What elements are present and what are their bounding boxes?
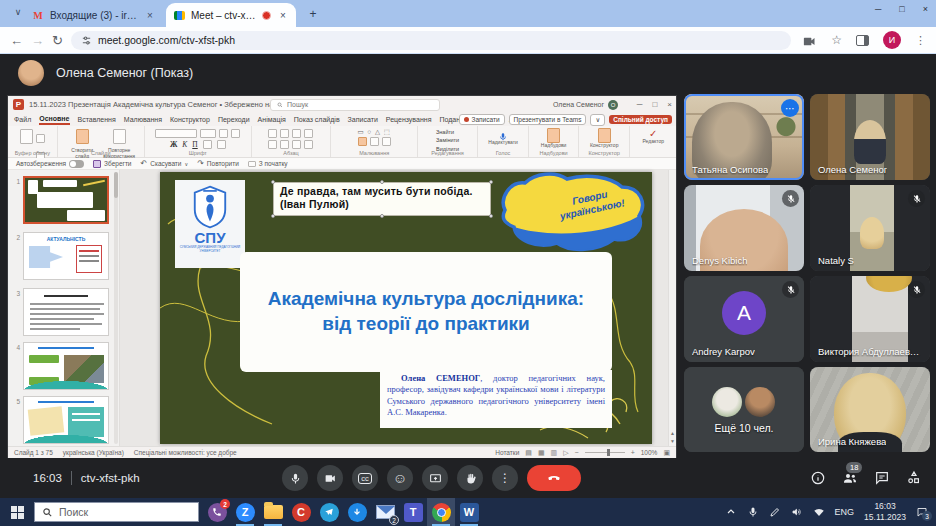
new-tab-button[interactable]: + <box>305 6 321 22</box>
browser-tab-meet[interactable]: Meet – ctv-xfst-pkh × <box>166 3 296 27</box>
pp-tab-draw[interactable]: Малювання <box>124 116 162 123</box>
camera-button[interactable] <box>317 465 343 491</box>
close-window-button[interactable]: × <box>923 4 928 14</box>
scroll-down-icon[interactable]: ▼ <box>670 438 675 444</box>
notes-toggle[interactable]: Нотатки <box>495 449 519 456</box>
pp-close-button[interactable]: × <box>667 100 672 109</box>
tray-expand-icon[interactable] <box>725 506 737 518</box>
pp-minimize-button[interactable]: ─ <box>637 100 643 109</box>
tray-pen-icon[interactable] <box>769 506 781 518</box>
slide-thumbnail-4[interactable] <box>23 342 109 390</box>
pp-vertical-scrollbar[interactable]: ▲ ▼ <box>668 170 676 446</box>
address-bar[interactable]: meet.google.com/ctv-xfst-pkh <box>71 31 791 50</box>
language-switcher[interactable]: ENG <box>835 507 855 517</box>
quick-styles-button[interactable] <box>370 137 379 146</box>
redo-button[interactable]: ↷Повторити <box>197 159 239 168</box>
bold-button[interactable]: Ж <box>170 140 177 149</box>
highlight-button[interactable] <box>217 140 226 149</box>
maximize-button[interactable]: □ <box>899 4 904 14</box>
numbering-button[interactable] <box>280 129 289 138</box>
italic-button[interactable]: К <box>182 140 187 149</box>
slide-thumbnail-5[interactable] <box>23 396 109 444</box>
minimize-button[interactable]: ─ <box>875 4 881 14</box>
taskbar-app-zoom[interactable]: Z <box>231 498 259 526</box>
reactions-button[interactable]: ☺ <box>387 465 413 491</box>
selection-handle[interactable] <box>489 214 493 218</box>
fit-to-window-icon[interactable]: ▣ <box>663 449 670 457</box>
slide-canvas[interactable]: СПУ СУМСЬКИЙ ДЕРЖАВНИЙ ПЕДАГОГІЧНИЙ УНІВ… <box>160 172 652 444</box>
slide-sorter-icon[interactable]: ▦ <box>538 449 545 457</box>
close-icon[interactable]: × <box>144 10 156 21</box>
undo-button[interactable]: ↶Скасувати∨ <box>141 159 189 168</box>
pp-tab-slideshow[interactable]: Показ слайдів <box>294 116 340 123</box>
zoom-level[interactable]: 100% <box>641 449 658 456</box>
site-settings-icon[interactable] <box>81 35 92 46</box>
quote-textbox[interactable]: Де правда, там мусить бути побіда. (Іван… <box>273 182 491 216</box>
accessibility-status[interactable]: Спеціальні можливості: усе добре <box>134 449 237 456</box>
spu-logo[interactable]: СПУ СУМСЬКИЙ ДЕРЖАВНИЙ ПЕДАГОГІЧНИЙ УНІВ… <box>175 180 245 268</box>
forward-icon[interactable]: → <box>31 34 44 47</box>
selection-handle[interactable] <box>489 180 493 184</box>
more-options-button[interactable]: ⋮ <box>492 465 518 491</box>
meeting-details-button[interactable] <box>810 470 826 486</box>
find-button[interactable]: Знайти <box>436 128 459 136</box>
pp-tab-animations[interactable]: Анімація <box>258 116 286 123</box>
pp-tab-home[interactable]: Основне <box>39 115 69 125</box>
paste-icon[interactable] <box>20 129 33 144</box>
pp-present-in-teams-button[interactable]: Презентувати в Teams <box>509 114 587 125</box>
taskbar-app-downloads[interactable] <box>343 498 371 526</box>
more-participants-tile[interactable]: Ещё 10 чел. <box>684 367 804 452</box>
taskbar-app-ccleaner[interactable]: C <box>287 498 315 526</box>
slide-thumbnail-1[interactable] <box>23 176 109 224</box>
designer-icon[interactable] <box>598 128 611 143</box>
taskbar-app-teams[interactable]: T <box>399 498 427 526</box>
justify-button[interactable] <box>292 140 301 149</box>
present-button[interactable] <box>422 465 448 491</box>
align-left-button[interactable] <box>304 129 313 138</box>
language-indicator[interactable]: українська (Україна) <box>63 449 124 456</box>
zoom-out-icon[interactable]: − <box>575 449 579 456</box>
taskbar-app-chrome[interactable] <box>427 498 455 526</box>
reading-view-icon[interactable]: ▥ <box>551 449 558 457</box>
pp-maximize-button[interactable]: □ <box>652 100 657 109</box>
browser-menu-icon[interactable]: ⋮ <box>915 34 926 47</box>
pp-tab-file[interactable]: Файл <box>14 116 31 123</box>
shape-fill-button[interactable] <box>382 137 391 146</box>
action-center-button[interactable]: 3 <box>916 506 928 518</box>
indent-button[interactable] <box>292 129 301 138</box>
bullets-button[interactable] <box>268 129 277 138</box>
mic-button[interactable] <box>282 465 308 491</box>
arrange-button[interactable] <box>358 137 367 146</box>
scroll-up-icon[interactable]: ▲ <box>670 430 675 436</box>
profile-avatar[interactable]: И <box>883 31 901 49</box>
taskbar-clock[interactable]: 16:03 15.11.2023 <box>864 501 906 522</box>
font-color-button[interactable] <box>203 140 212 149</box>
tray-volume-icon[interactable] <box>791 506 803 518</box>
participant-tile[interactable]: Nataly S <box>810 185 930 271</box>
thumbnail-scrollbar[interactable] <box>114 172 118 444</box>
autosave-toggle[interactable]: Автозбереження <box>16 160 84 168</box>
selection-handle[interactable] <box>271 214 275 218</box>
taskbar-app-word[interactable]: W <box>455 498 483 526</box>
captions-button[interactable]: cc <box>352 465 378 491</box>
pp-ribbon-collapse-button[interactable]: ∨ <box>590 114 605 126</box>
slide-thumbnail-3[interactable] <box>23 288 109 336</box>
normal-view-icon[interactable]: ▤ <box>525 449 532 457</box>
tray-mic-icon[interactable] <box>747 506 759 518</box>
close-icon[interactable]: × <box>277 10 289 21</box>
taskbar-app-telegram[interactable] <box>315 498 343 526</box>
participant-tile[interactable]: ⋯ Татьяна Осипова <box>684 94 804 180</box>
replace-button[interactable]: Замінити <box>436 136 459 144</box>
pp-search-box[interactable]: Пошук <box>270 99 440 111</box>
start-from-beginning-button[interactable]: З початку <box>248 160 288 167</box>
taskbar-app-viber[interactable]: 2 <box>203 498 231 526</box>
pp-tab-transitions[interactable]: Переходи <box>218 116 250 123</box>
pp-account[interactable]: Олена Семеног О <box>553 96 618 113</box>
bookmark-star-icon[interactable]: ☆ <box>831 33 842 47</box>
back-icon[interactable]: ← <box>10 34 23 47</box>
taskbar-app-mail[interactable]: 2 <box>371 498 399 526</box>
save-button[interactable]: Зберегти <box>93 160 131 168</box>
camera-in-use-icon[interactable] <box>802 34 817 46</box>
shapes-gallery[interactable]: ▭ ○ △ ⬚ <box>357 128 391 136</box>
align-center-button[interactable] <box>268 140 277 149</box>
